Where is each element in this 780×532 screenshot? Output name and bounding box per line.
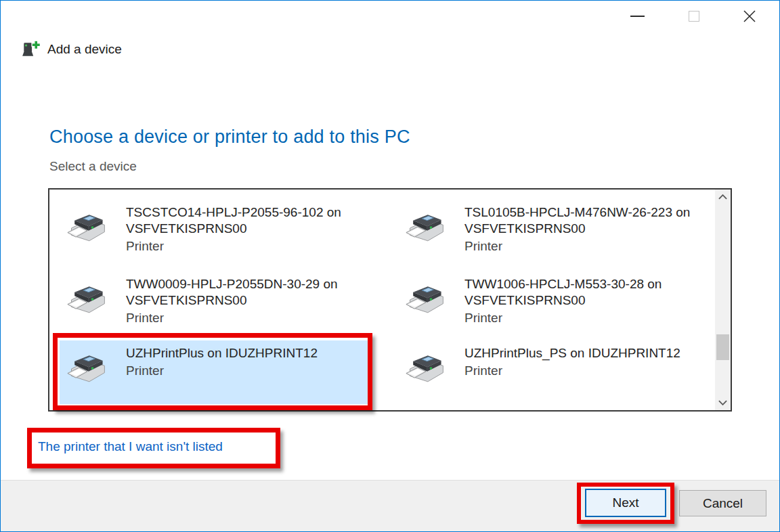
printer-icon	[405, 283, 447, 317]
add-device-dialog: Add a device Choose a device or printer …	[0, 0, 780, 532]
device-item-uzhprintplus[interactable]: UZHPrintPlus on IDUZHPRINT12 Printer	[60, 340, 368, 404]
maximize-button	[672, 1, 716, 31]
printer-icon	[405, 211, 447, 245]
device-item-tsl0105b[interactable]: TSL0105B-HPCLJ-M476NW-26-223 on VSFVETKI…	[398, 200, 707, 265]
device-name: UZHPrintPlus on IDUZHPRINT12	[126, 345, 363, 361]
select-device-label: Select a device	[49, 159, 137, 174]
device-type: Printer	[464, 238, 701, 254]
device-text: TSL0105B-HPCLJ-M476NW-26-223 on VSFVETKI…	[464, 204, 701, 254]
device-type: Printer	[464, 363, 701, 379]
device-text: UZHPrintPlus on IDUZHPRINT12 Printer	[126, 345, 363, 379]
scroll-down-button[interactable]	[715, 395, 731, 410]
device-text: TSCSTCO14-HPLJ-P2055-96-102 on VSFVETKIS…	[126, 204, 363, 254]
cancel-button[interactable]: Cancel	[679, 490, 766, 516]
printer-icon	[66, 283, 108, 317]
printer-icon	[66, 352, 108, 386]
dialog-header: Add a device	[21, 40, 122, 59]
device-type: Printer	[464, 310, 701, 326]
device-name: TWW0009-HPLJ-P2055DN-30-29 on VSFVETKISP…	[126, 276, 363, 309]
chevron-up-icon	[718, 194, 727, 200]
minimize-icon	[630, 16, 645, 17]
next-button[interactable]: Next	[585, 489, 666, 517]
device-item-tscstco14[interactable]: TSCSTCO14-HPLJ-P2055-96-102 on VSFVETKIS…	[60, 200, 368, 265]
device-name: TSCSTCO14-HPLJ-P2055-96-102 on VSFVETKIS…	[126, 204, 363, 237]
close-button[interactable]	[727, 1, 772, 31]
device-item-tww0009[interactable]: TWW0009-HPLJ-P2055DN-30-29 on VSFVETKISP…	[60, 271, 368, 336]
titlebar	[1, 1, 779, 31]
device-item-tww1006[interactable]: TWW1006-HPCLJ-M553-30-28 on VSFVETKISPRN…	[398, 271, 707, 336]
device-item-uzhprintplus-ps[interactable]: UZHPrintPlus_PS on IDUZHPRINT12 Printer	[398, 340, 707, 405]
maximize-icon	[689, 11, 699, 22]
scrollbar[interactable]	[715, 190, 731, 410]
device-text: TWW1006-HPCLJ-M553-30-28 on VSFVETKISPRN…	[464, 276, 701, 326]
device-type: Printer	[126, 310, 363, 326]
device-name: TSL0105B-HPCLJ-M476NW-26-223 on VSFVETKI…	[464, 204, 701, 237]
device-name: UZHPrintPlus_PS on IDUZHPRINT12	[464, 345, 701, 361]
device-type: Printer	[126, 238, 363, 254]
device-list: TSCSTCO14-HPLJ-P2055-96-102 on VSFVETKIS…	[48, 188, 732, 412]
minimize-button[interactable]	[615, 1, 659, 31]
add-device-icon	[21, 40, 41, 59]
printer-icon	[66, 211, 108, 245]
printer-not-listed-link[interactable]: The printer that I want isn't listed	[38, 439, 223, 454]
scroll-up-button[interactable]	[715, 190, 731, 204]
device-type: Printer	[126, 363, 363, 379]
scrollbar-thumb[interactable]	[716, 334, 729, 360]
device-name: TWW1006-HPCLJ-M553-30-28 on VSFVETKISPRN…	[464, 276, 701, 309]
chevron-down-icon	[718, 400, 727, 405]
device-text: UZHPrintPlus_PS on IDUZHPRINT12 Printer	[464, 345, 701, 379]
close-icon	[742, 9, 757, 24]
dialog-title: Add a device	[47, 42, 122, 57]
printer-icon	[405, 352, 447, 386]
device-text: TWW0009-HPLJ-P2055DN-30-29 on VSFVETKISP…	[126, 276, 363, 326]
page-title: Choose a device or printer to add to thi…	[49, 127, 410, 148]
